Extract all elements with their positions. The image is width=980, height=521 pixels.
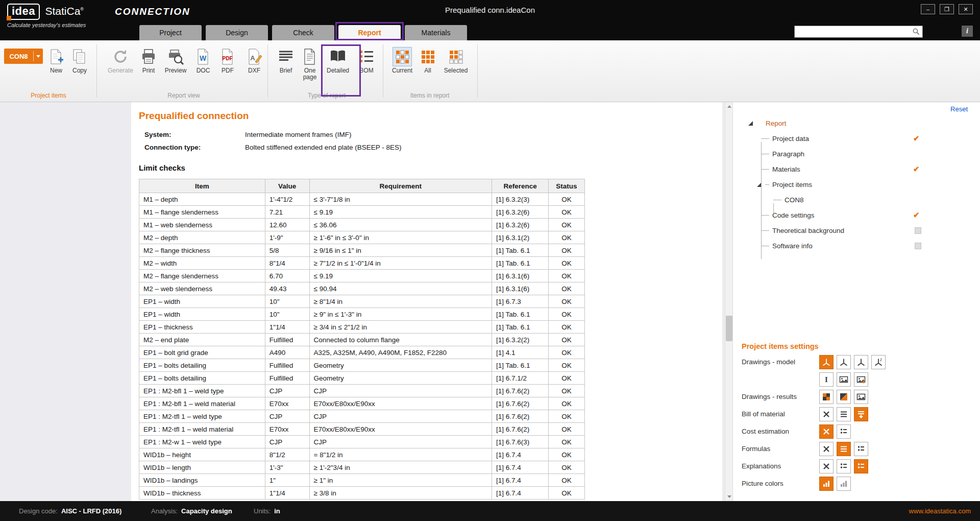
selected-items-button[interactable]: Selected — [442, 48, 470, 74]
one-page-button[interactable]: One page — [297, 48, 323, 81]
idea-logo-mark: idea — [7, 4, 40, 20]
drawings-model-option-1[interactable] — [819, 355, 834, 369]
brief-button[interactable]: Brief — [273, 48, 299, 74]
list-icon — [839, 461, 849, 471]
formulas-option-1[interactable] — [819, 442, 834, 456]
logo-statica: StatiCa® — [45, 5, 84, 17]
tab-check[interactable]: Check — [272, 25, 334, 40]
tab-report[interactable]: Report — [338, 25, 401, 40]
tab-project[interactable]: Project — [139, 25, 202, 40]
setting-label: Drawings - results — [733, 390, 819, 404]
new-button[interactable]: New — [44, 48, 68, 74]
analysis-status: Analysis:Capacity design — [151, 507, 232, 515]
drawings-model-option-2[interactable] — [837, 355, 851, 369]
explanations-option-1[interactable] — [819, 459, 834, 473]
cell-item: EP1 : M2-bfl 1 – weld type — [139, 385, 265, 397]
tree-item-software-info[interactable]: Software info — [733, 238, 980, 253]
tab-materials[interactable]: Materials — [405, 25, 467, 40]
tree-item-project-data[interactable]: Project data ✔ — [733, 131, 980, 146]
cell-requirement: ≤ 9.19 — [309, 206, 492, 219]
close-button[interactable]: ✕ — [959, 4, 973, 14]
list-icon — [839, 427, 849, 437]
bill-of-material-option-2[interactable] — [837, 407, 851, 421]
search-input[interactable] — [797, 27, 912, 37]
tree-item-project-items[interactable]: Project items — [733, 177, 980, 192]
current-items-button[interactable]: Current — [388, 48, 416, 74]
vertical-scrollbar[interactable] — [725, 102, 732, 501]
all-items-button[interactable]: All — [415, 48, 440, 74]
bom-button[interactable]: BOM — [355, 48, 378, 74]
reset-link[interactable]: Reset — [950, 105, 968, 113]
table-row: EP1 – width 10" ≥ 9" in ≤ 1'-3" in [1] T… — [139, 308, 585, 321]
maximize-button[interactable]: ❐ — [940, 4, 954, 14]
cell-status: OK — [549, 397, 585, 410]
minimize-button[interactable]: – — [921, 4, 935, 14]
check-icon[interactable]: ✔ — [913, 134, 920, 143]
drawings-model-option-7[interactable] — [854, 372, 868, 387]
bill-of-material-option-3[interactable] — [854, 407, 868, 421]
tree-item-paragraph[interactable]: Paragraph — [733, 146, 980, 161]
col-header-item: Item — [139, 179, 265, 193]
scrollbar-thumb[interactable] — [726, 316, 732, 341]
drawings-model-option-5[interactable]: I — [819, 372, 834, 387]
website-link[interactable]: www.ideastatica.com — [909, 507, 971, 515]
drawings-model-option-6[interactable] — [837, 372, 851, 387]
tree-item-con8[interactable]: CON8 — [733, 192, 980, 207]
table-row: WID1b – height 8"1/2 = 8"1/2 in [1] 6.7.… — [139, 448, 585, 461]
all-grid-icon — [419, 48, 437, 66]
drawings-results-option-3[interactable] — [854, 390, 868, 404]
cell-item: EP1 – bolt grid grade — [139, 346, 265, 359]
connection-selector[interactable]: CON8 — [4, 49, 43, 64]
formulas-option-2[interactable] — [837, 442, 851, 456]
x-mark-icon — [821, 427, 831, 437]
pdf-export-button[interactable]: PDF PDF — [215, 48, 240, 74]
unchecked-checkbox[interactable] — [915, 227, 921, 234]
formulas-option-3[interactable] — [854, 442, 868, 456]
tree-item-code-settings[interactable]: Code settings ✔ — [733, 207, 980, 223]
picture-colors-option-2[interactable] — [837, 477, 851, 491]
drawings-model-option-3[interactable] — [854, 355, 868, 369]
title-bar: idea StatiCa® Calculate yesterday's esti… — [0, 0, 980, 40]
setting-label: Bill of material — [733, 407, 819, 421]
check-icon[interactable]: ✔ — [913, 210, 920, 220]
explanations-option-2[interactable] — [837, 459, 851, 473]
generate-button[interactable]: Generate — [106, 48, 135, 74]
explanations-option-3[interactable] — [854, 459, 868, 473]
cost-estimation-option-1[interactable] — [819, 424, 834, 439]
picture-colors-option-1[interactable] — [819, 477, 834, 491]
search-icon[interactable] — [912, 28, 920, 36]
doc-export-button[interactable]: W DOC — [190, 48, 216, 74]
expander-icon[interactable] — [748, 121, 753, 126]
design-code-status: Design code:AISC - LRFD (2016) — [19, 507, 121, 515]
info-button[interactable]: i — [962, 26, 973, 37]
main-content: Prequalified connection System: Intermed… — [0, 102, 980, 501]
units-status: Units:in — [254, 507, 280, 515]
drawings-results-option-2[interactable] — [837, 390, 851, 404]
chevron-down-icon[interactable] — [34, 55, 43, 58]
bill-of-material-option-1[interactable] — [819, 407, 834, 421]
status-bar: Design code:AISC - LRFD (2016) Analysis:… — [0, 501, 980, 521]
printer-icon — [139, 48, 158, 66]
drawings-results-option-1[interactable] — [819, 390, 834, 404]
print-button[interactable]: Print — [136, 48, 161, 74]
expander-icon[interactable] — [757, 183, 761, 187]
detailed-button[interactable]: Detailed — [325, 48, 351, 74]
scroll-down-arrow-icon[interactable] — [725, 492, 733, 501]
tree-item-materials[interactable]: Materials ✔ — [733, 161, 980, 177]
unchecked-checkbox[interactable] — [915, 243, 921, 249]
scroll-up-arrow-icon[interactable] — [725, 102, 733, 111]
tree-item-theoretical-background[interactable]: Theoretical background — [733, 223, 980, 238]
drawings-model-option-4[interactable]: Z — [871, 355, 886, 369]
cell-status: OK — [549, 321, 585, 334]
dxf-export-button[interactable]: A DXF — [241, 48, 267, 74]
cell-reference: [1] 6.3.2(6) — [492, 206, 549, 219]
copy-button[interactable]: Copy — [68, 48, 91, 74]
cost-estimation-option-2[interactable] — [837, 424, 851, 439]
group-separator — [96, 44, 97, 98]
tree-item-report[interactable]: Report — [733, 115, 980, 131]
report-settings-sidebar: Reset Report Project data ✔ Paragraph Ma… — [732, 102, 980, 501]
check-icon[interactable]: ✔ — [913, 164, 920, 174]
cell-status: OK — [549, 206, 585, 219]
preview-button[interactable]: Preview — [163, 48, 188, 74]
tab-design[interactable]: Design — [206, 25, 268, 40]
